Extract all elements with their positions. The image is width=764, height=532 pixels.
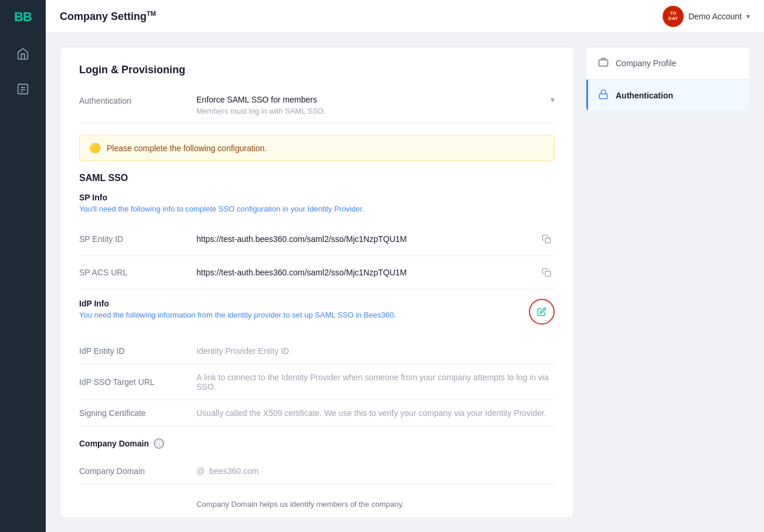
- idp-entity-id-row: IdP Entity ID Identity Provider Entity I…: [79, 338, 555, 364]
- idp-info-section: IdP Info You need the following informat…: [79, 289, 555, 427]
- app-logo: BB: [14, 9, 32, 25]
- user-name: Demo Account: [688, 12, 742, 21]
- sp-acs-url-label: SP ACS URL: [79, 268, 196, 277]
- warning-icon: 🟡: [89, 142, 101, 154]
- domain-title-row: Company Domain ⓘ: [79, 438, 555, 449]
- section-title: Login & Provisioning: [79, 64, 555, 76]
- edit-idp-button[interactable]: [529, 299, 555, 325]
- signing-cert-label: Signing Certificate: [79, 408, 196, 418]
- nav-authentication[interactable]: Authentication: [586, 80, 749, 111]
- main-area: Company SettingTM TODAY Demo Account ▾ L…: [46, 0, 764, 532]
- user-menu[interactable]: TODAY Demo Account ▾: [663, 6, 750, 27]
- sp-acs-url-row: SP ACS URL https://test-auth.bees360.com…: [79, 256, 555, 289]
- idp-entity-id-placeholder: Identity Provider Entity ID: [196, 346, 555, 356]
- right-sidebar: Company Profile Authentication: [586, 47, 750, 112]
- nav-company-profile[interactable]: Company Profile: [586, 47, 749, 80]
- info-icon[interactable]: ⓘ: [154, 438, 164, 449]
- home-nav-icon[interactable]: [12, 43, 33, 64]
- sp-entity-id-row: SP Entity ID https://test-auth.bees360.c…: [79, 223, 555, 256]
- idp-entity-id-label: IdP Entity ID: [79, 346, 196, 356]
- company-domain-title: Company Domain: [79, 439, 149, 448]
- idp-sso-url-placeholder: A link to connect to the Identity Provid…: [196, 373, 555, 391]
- page-title: Company SettingTM: [60, 10, 156, 23]
- sp-entity-id-label: SP Entity ID: [79, 234, 196, 244]
- sp-info-section: SP Info You'll need the following info t…: [79, 193, 555, 289]
- main-panel: Login & Provisioning Authentication Enfo…: [60, 47, 574, 518]
- saml-sso-option: Enforce SAML SSO for members: [196, 95, 317, 104]
- saml-sub-text: Members must log in with SAML SSO.: [196, 107, 555, 115]
- warning-banner: 🟡 Please complete the following configur…: [79, 135, 555, 161]
- company-domain-section: Company Domain ⓘ Company Domain @ bees36…: [79, 438, 555, 518]
- company-domain-row: Company Domain @ bees360.com: [79, 458, 555, 485]
- left-sidebar: BB: [0, 0, 46, 532]
- authentication-label: Authentication: [79, 95, 196, 105]
- warning-text: Please complete the following configurat…: [107, 144, 267, 153]
- lock-icon: [598, 89, 609, 102]
- document-nav-icon[interactable]: [12, 79, 33, 100]
- sp-entity-id-value: https://test-auth.bees360.com/saml2/sso/…: [196, 234, 538, 244]
- authentication-nav-label: Authentication: [616, 91, 673, 100]
- authentication-row: Authentication Enforce SAML SSO for memb…: [79, 88, 555, 123]
- idp-sso-url-row: IdP SSO Target URL A link to connect to …: [79, 364, 555, 400]
- sp-acs-url-value: https://test-auth.bees360.com/saml2/sso/…: [196, 268, 538, 277]
- sp-info-desc: You'll need the following info to comple…: [79, 204, 555, 213]
- copy-entity-id-button[interactable]: [538, 231, 555, 247]
- idp-header: IdP Info You need the following informat…: [79, 289, 555, 329]
- idp-info-desc: You need the following information from …: [79, 311, 396, 319]
- svg-rect-4: [545, 238, 551, 243]
- svg-rect-5: [545, 271, 551, 277]
- authentication-value: Enforce SAML SSO for members ▾ Members m…: [196, 95, 555, 115]
- avatar: TODAY: [663, 6, 684, 27]
- briefcase-icon: [598, 57, 609, 70]
- signing-cert-row: Signing Certificate Usually called the X…: [79, 400, 555, 427]
- domain-help-row: Company Domain helps us identify members…: [79, 485, 555, 518]
- svg-rect-6: [599, 60, 608, 66]
- sp-info-title: SP Info: [79, 193, 555, 202]
- header: Company SettingTM TODAY Demo Account ▾: [46, 0, 764, 33]
- svg-rect-7: [599, 94, 607, 98]
- idp-sso-url-label: IdP SSO Target URL: [79, 377, 196, 387]
- company-profile-label: Company Profile: [616, 59, 677, 68]
- idp-info-title: IdP Info: [79, 299, 396, 308]
- copy-acs-url-button[interactable]: [538, 264, 555, 281]
- saml-title: SAML SSO: [79, 173, 555, 183]
- company-domain-value: @ bees360.com: [196, 466, 555, 476]
- domain-help-text: Company Domain helps us identify members…: [196, 493, 404, 516]
- dropdown-chevron-icon[interactable]: ▾: [551, 95, 555, 104]
- content-wrapper: Login & Provisioning Authentication Enfo…: [46, 33, 764, 532]
- signing-cert-placeholder: Usually called the X509 certificate. We …: [196, 408, 555, 418]
- chevron-down-icon: ▾: [746, 12, 750, 21]
- company-domain-label: Company Domain: [79, 466, 196, 476]
- at-symbol: @: [196, 466, 205, 476]
- domain-placeholder: bees360.com: [209, 466, 259, 476]
